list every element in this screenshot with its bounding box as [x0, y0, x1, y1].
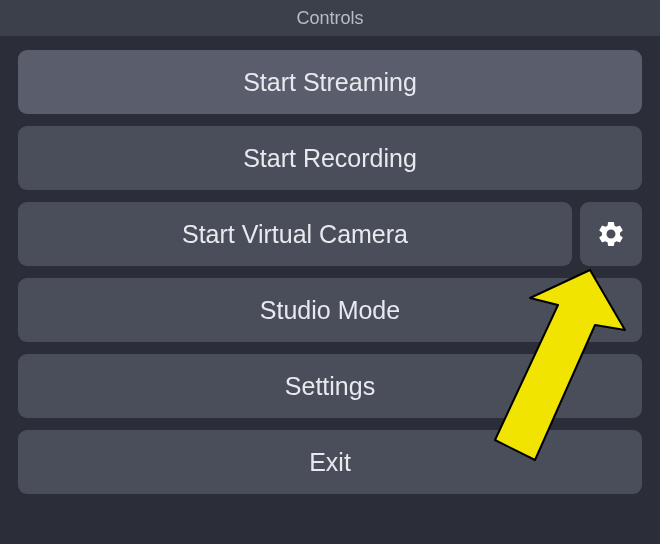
panel-body: Start Streaming Start Recording Start Vi…	[0, 36, 660, 508]
virtual-camera-settings-button[interactable]	[580, 202, 642, 266]
row-settings: Settings	[18, 354, 642, 418]
controls-panel: Controls Start Streaming Start Recording…	[0, 0, 660, 544]
start-recording-button[interactable]: Start Recording	[18, 126, 642, 190]
gear-icon	[596, 219, 626, 249]
exit-button[interactable]: Exit	[18, 430, 642, 494]
row-streaming: Start Streaming	[18, 50, 642, 114]
settings-button[interactable]: Settings	[18, 354, 642, 418]
panel-title: Controls	[296, 8, 363, 29]
row-virtual-camera: Start Virtual Camera	[18, 202, 642, 266]
row-studio-mode: Studio Mode	[18, 278, 642, 342]
studio-mode-button[interactable]: Studio Mode	[18, 278, 642, 342]
start-streaming-button[interactable]: Start Streaming	[18, 50, 642, 114]
row-exit: Exit	[18, 430, 642, 494]
start-virtual-camera-button[interactable]: Start Virtual Camera	[18, 202, 572, 266]
row-recording: Start Recording	[18, 126, 642, 190]
panel-header: Controls	[0, 0, 660, 36]
